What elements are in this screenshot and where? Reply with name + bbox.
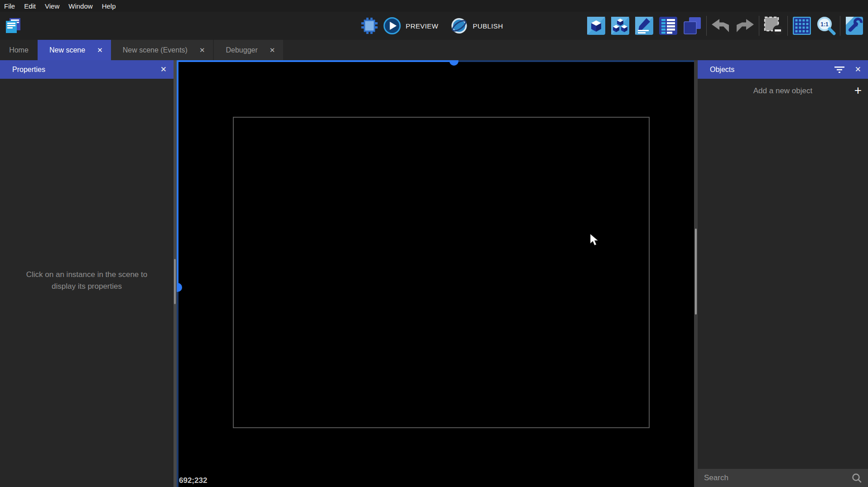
project-manager-icon (5, 17, 22, 34)
instances-list-icon (658, 16, 678, 36)
add-object-label: Add a new object (753, 86, 812, 95)
horizontal-scrollbar-track[interactable] (454, 60, 694, 62)
add-object-button[interactable]: + (854, 83, 862, 99)
menu-bar: File Edit View Window Help (0, 0, 868, 12)
zoom-ratio-label: 1:1 (820, 21, 829, 28)
scene-objects-button[interactable] (586, 16, 606, 36)
toolbar: PREVIEW PUBLISH (0, 12, 868, 40)
objects-search-bar (698, 469, 868, 487)
objects-panel: Objects ✕ Add a new object + (698, 60, 868, 487)
tab-new-scene-events[interactable]: New scene (Events) ✕ (111, 40, 213, 60)
scene-canvas[interactable]: 692;232 (177, 60, 694, 487)
filter-icon[interactable] (834, 66, 845, 73)
toolbar-separator (706, 16, 707, 36)
search-icon[interactable] (852, 473, 862, 483)
vertical-scrollbar-track[interactable] (177, 287, 178, 487)
zoom-1-1-icon: 1:1 (816, 16, 836, 36)
close-icon[interactable]: ✕ (160, 66, 167, 73)
tab-close-icon[interactable]: ✕ (199, 47, 205, 53)
tab-close-icon[interactable]: ✕ (97, 47, 103, 53)
menu-edit[interactable]: Edit (24, 2, 36, 10)
toolbar-right: 1:1 (586, 12, 864, 40)
horizontal-scrollbar-track-active[interactable] (177, 60, 454, 62)
tab-home[interactable]: Home (0, 40, 38, 60)
game-window-frame (233, 117, 650, 428)
menu-view[interactable]: View (45, 2, 59, 10)
delete-selection-icon (763, 16, 783, 36)
properties-panel-title: Properties (12, 66, 45, 74)
objects-panel-header: Objects ✕ (698, 60, 868, 79)
publish-button[interactable] (450, 17, 468, 35)
scene-objects-icon (586, 16, 606, 36)
vertical-scrollbar-knob[interactable] (177, 283, 182, 292)
zoom-1-1-button[interactable]: 1:1 (816, 16, 836, 36)
preview-button[interactable] (383, 17, 401, 35)
object-groups-button[interactable] (610, 16, 630, 36)
cursor-coordinates: 692;232 (179, 476, 207, 485)
toolbar-separator (840, 16, 840, 36)
scene-settings-icon (844, 16, 864, 36)
tab-label: Debugger (226, 46, 257, 54)
mouse-cursor-icon (590, 234, 600, 247)
menu-file[interactable]: File (4, 2, 15, 10)
redo-icon (735, 18, 755, 33)
vertical-scrollbar-track-active[interactable] (177, 60, 178, 287)
layers-icon (682, 16, 702, 36)
redo-button[interactable] (735, 18, 755, 33)
instances-list-button[interactable] (658, 16, 678, 36)
objects-panel-title: Objects (710, 66, 734, 74)
right-panel-resizer[interactable] (694, 60, 698, 487)
toolbar-separator (787, 16, 788, 36)
toggle-grid-button[interactable] (792, 16, 812, 36)
left-panel-resizer[interactable] (174, 60, 177, 487)
delete-selection-button[interactable] (763, 16, 783, 36)
menu-window[interactable]: Window (68, 2, 92, 10)
main-area: Properties ✕ Click on an instance in the… (0, 60, 868, 487)
scrollbar-thumb[interactable] (695, 229, 697, 315)
tab-label: Home (9, 46, 29, 54)
tab-label: New scene (Events) (123, 46, 188, 54)
add-object-row: Add a new object + (698, 83, 868, 99)
edit-properties-icon (634, 16, 654, 36)
scrollbar-thumb[interactable] (174, 259, 176, 304)
preview-label[interactable]: PREVIEW (406, 22, 439, 30)
edit-properties-button[interactable] (634, 16, 654, 36)
play-icon (383, 17, 401, 35)
undo-button[interactable] (711, 18, 731, 33)
object-groups-icon (610, 16, 630, 36)
properties-empty-message: Click on an instance in the scene to dis… (0, 269, 174, 292)
debug-button[interactable] (361, 17, 379, 35)
grid-icon (792, 16, 812, 36)
scene-settings-button[interactable] (844, 16, 864, 36)
project-manager-button[interactable] (5, 17, 22, 34)
undo-icon (711, 18, 731, 33)
tab-close-icon[interactable]: ✕ (270, 47, 275, 53)
gdevelop-app: File Edit View Window Help (0, 0, 868, 487)
toolbar-center: PREVIEW PUBLISH (361, 12, 511, 40)
properties-panel-body: Click on an instance in the scene to dis… (0, 79, 174, 292)
properties-panel-header: Properties ✕ (0, 60, 174, 79)
publish-label[interactable]: PUBLISH (473, 22, 503, 30)
objects-search-input[interactable] (704, 473, 852, 482)
properties-panel: Properties ✕ Click on an instance in the… (0, 60, 174, 487)
globe-icon (450, 17, 468, 35)
toolbar-separator (759, 16, 759, 36)
tab-label: New scene (49, 46, 85, 54)
layers-button[interactable] (682, 16, 702, 36)
tab-debugger[interactable]: Debugger ✕ (214, 40, 283, 60)
debug-icon (361, 17, 379, 35)
menu-help[interactable]: Help (102, 2, 116, 10)
tab-new-scene[interactable]: New scene ✕ (38, 40, 111, 60)
tab-bar: Home New scene ✕ New scene (Events) ✕ De… (0, 40, 868, 60)
horizontal-scrollbar-knob[interactable] (449, 60, 458, 66)
close-icon[interactable]: ✕ (855, 66, 861, 73)
